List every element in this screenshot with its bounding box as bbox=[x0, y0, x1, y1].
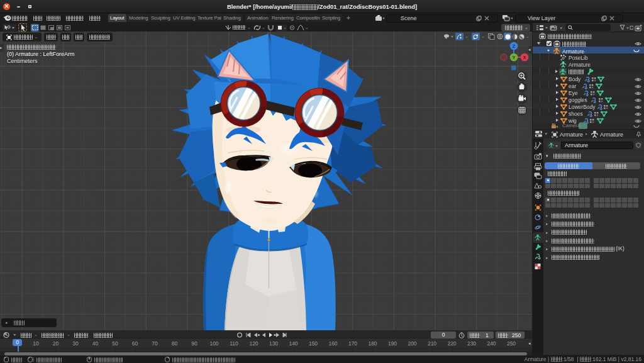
svg-text:X: X bbox=[523, 55, 526, 60]
svg-text:Y: Y bbox=[512, 55, 515, 60]
svg-text:Z: Z bbox=[513, 43, 516, 49]
